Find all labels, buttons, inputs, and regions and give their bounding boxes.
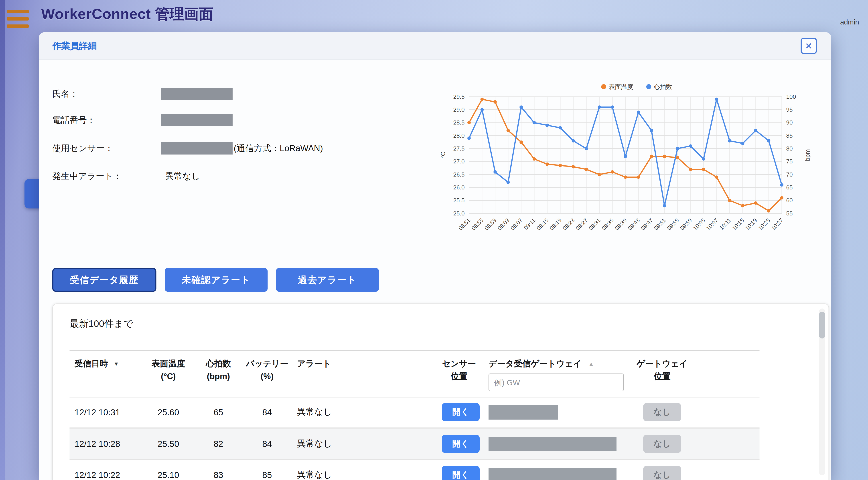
svg-text:08:59: 08:59 bbox=[484, 217, 498, 231]
column-unit: (bpm) bbox=[195, 370, 242, 383]
svg-text:09:07: 09:07 bbox=[509, 217, 524, 231]
svg-text:09:35: 09:35 bbox=[600, 217, 615, 231]
gateway-location-none-button: なし bbox=[643, 435, 681, 453]
svg-text:60: 60 bbox=[786, 197, 793, 204]
svg-text:85: 85 bbox=[786, 132, 793, 139]
column-label: 表面温度 bbox=[152, 358, 185, 368]
sensor-protocol-label: (通信方式：LoRaWAN) bbox=[234, 142, 323, 154]
svg-text:75: 75 bbox=[786, 158, 793, 165]
svg-text:27.5: 27.5 bbox=[453, 145, 464, 152]
col-received-datetime: 受信日時▼ bbox=[70, 357, 142, 370]
column-label: アラート bbox=[297, 358, 331, 368]
sort-asc-icon[interactable]: ▲ bbox=[588, 361, 594, 367]
open-sensor-location-button[interactable]: 開く bbox=[442, 435, 479, 453]
svg-text:65: 65 bbox=[786, 184, 793, 191]
close-icon: ✕ bbox=[805, 41, 812, 51]
svg-text:心拍数: 心拍数 bbox=[654, 83, 672, 90]
modal-body: 氏名： 電話番号： 使用センサー： (通信方式：LoRaWAN) 発生中アラート… bbox=[39, 60, 831, 480]
svg-text:25.5: 25.5 bbox=[453, 197, 464, 204]
cell-temp: 25.10 bbox=[142, 470, 195, 480]
menu-bar bbox=[7, 18, 29, 21]
column-unit: (%) bbox=[242, 370, 292, 383]
svg-text:10:03: 10:03 bbox=[692, 217, 706, 231]
column-label: バッテリー bbox=[246, 358, 288, 368]
column-label: 心拍数 bbox=[206, 358, 231, 368]
svg-text:10:23: 10:23 bbox=[757, 217, 771, 231]
gateway-filter-input[interactable] bbox=[489, 374, 624, 391]
redacted-gateway-value bbox=[489, 405, 558, 419]
svg-text:28.0: 28.0 bbox=[453, 132, 464, 139]
svg-text:09:03: 09:03 bbox=[496, 217, 510, 231]
svg-text:55: 55 bbox=[786, 210, 793, 217]
svg-text:80: 80 bbox=[786, 145, 793, 152]
svg-text:28.5: 28.5 bbox=[453, 119, 464, 126]
menu-bar bbox=[7, 25, 29, 28]
cell-battery: 85 bbox=[242, 470, 292, 480]
modal-header: 作業員詳細 ✕ bbox=[39, 32, 831, 60]
field-active-alert: 発生中アラート： 異常なし bbox=[52, 169, 200, 183]
svg-text:10:11: 10:11 bbox=[718, 217, 732, 231]
modal-title: 作業員詳細 bbox=[52, 32, 97, 60]
column-label: 位置 bbox=[437, 370, 482, 383]
table-row: 12/12 10:22 25.10 83 85 異常なし 開く なし bbox=[70, 460, 760, 480]
column-label: 位置 bbox=[626, 370, 699, 383]
column-unit: (°C) bbox=[142, 370, 195, 383]
svg-text:09:39: 09:39 bbox=[614, 217, 628, 231]
cell-alert: 異常なし bbox=[292, 406, 437, 418]
svg-text:29.5: 29.5 bbox=[453, 93, 464, 100]
cell-datetime: 12/12 10:28 bbox=[70, 439, 142, 449]
active-alert-value: 異常なし bbox=[165, 170, 200, 182]
scrollbar-thumb[interactable] bbox=[819, 312, 825, 339]
tab-received-data-history[interactable]: 受信データ履歴 bbox=[52, 268, 156, 292]
menu-bar bbox=[7, 10, 29, 13]
redacted-phone-value bbox=[161, 114, 232, 126]
app-root: WorkerConnect 管理画面 admin 作業員詳細 ✕ 氏名： 電話番… bbox=[0, 0, 868, 480]
col-alert: アラート bbox=[292, 357, 437, 370]
column-label: センサー bbox=[442, 358, 476, 368]
field-label: 氏名： bbox=[52, 88, 161, 100]
tab-unconfirmed-alerts[interactable]: 未確認アラート bbox=[165, 268, 268, 292]
table-header: 受信日時▼ 表面温度 (°C) 心拍数 (bpm) バッテリー (%) bbox=[70, 350, 760, 398]
svg-text:°C: °C bbox=[440, 151, 446, 159]
gateway-location-none-button: なし bbox=[643, 466, 681, 480]
svg-text:09:27: 09:27 bbox=[575, 217, 589, 231]
top-bar: WorkerConnect 管理画面 admin bbox=[0, 0, 868, 32]
cell-temp: 25.50 bbox=[142, 439, 195, 449]
svg-text:09:59: 09:59 bbox=[679, 217, 693, 231]
cell-battery: 84 bbox=[242, 439, 292, 449]
menu-icon[interactable] bbox=[7, 10, 29, 28]
app-title: WorkerConnect 管理画面 bbox=[41, 4, 213, 24]
tab-past-alerts[interactable]: 過去アラート bbox=[276, 268, 379, 292]
close-button[interactable]: ✕ bbox=[801, 38, 817, 54]
svg-text:10:15: 10:15 bbox=[731, 217, 745, 231]
svg-text:08:51: 08:51 bbox=[457, 217, 471, 231]
column-label: 受信日時 bbox=[74, 358, 108, 368]
open-sensor-location-button[interactable]: 開く bbox=[442, 466, 479, 480]
svg-text:70: 70 bbox=[786, 171, 793, 178]
svg-text:26.5: 26.5 bbox=[453, 171, 464, 178]
svg-text:25.0: 25.0 bbox=[453, 210, 464, 217]
sort-desc-icon[interactable]: ▼ bbox=[114, 361, 119, 367]
col-sensor-location: センサー 位置 bbox=[437, 357, 482, 383]
field-label: 電話番号： bbox=[52, 114, 161, 126]
svg-text:27.0: 27.0 bbox=[453, 158, 464, 165]
col-battery: バッテリー (%) bbox=[242, 357, 292, 383]
redacted-name-value bbox=[161, 88, 232, 100]
col-gateway-location: ゲートウェイ 位置 bbox=[626, 357, 699, 383]
col-surface-temp: 表面温度 (°C) bbox=[142, 357, 195, 383]
field-sensor: 使用センサー： (通信方式：LoRaWAN) bbox=[52, 141, 323, 156]
side-drawer-tab[interactable] bbox=[25, 179, 41, 209]
field-label: 発生中アラート： bbox=[52, 170, 161, 182]
svg-text:10:19: 10:19 bbox=[744, 217, 758, 231]
svg-text:09:55: 09:55 bbox=[666, 217, 680, 231]
svg-text:09:15: 09:15 bbox=[535, 217, 550, 231]
table-body: 12/12 10:31 25.60 65 84 異常なし 開く なし 12/12… bbox=[53, 397, 829, 480]
redacted-gateway-value bbox=[489, 437, 617, 451]
svg-text:26.0: 26.0 bbox=[453, 184, 464, 191]
svg-text:09:43: 09:43 bbox=[627, 217, 641, 231]
open-sensor-location-button[interactable]: 開く bbox=[442, 403, 479, 421]
cell-bpm: 83 bbox=[195, 470, 242, 480]
svg-text:bpm: bpm bbox=[804, 149, 811, 161]
column-label: データ受信ゲートウェイ bbox=[489, 358, 582, 368]
field-name: 氏名： bbox=[52, 87, 232, 101]
